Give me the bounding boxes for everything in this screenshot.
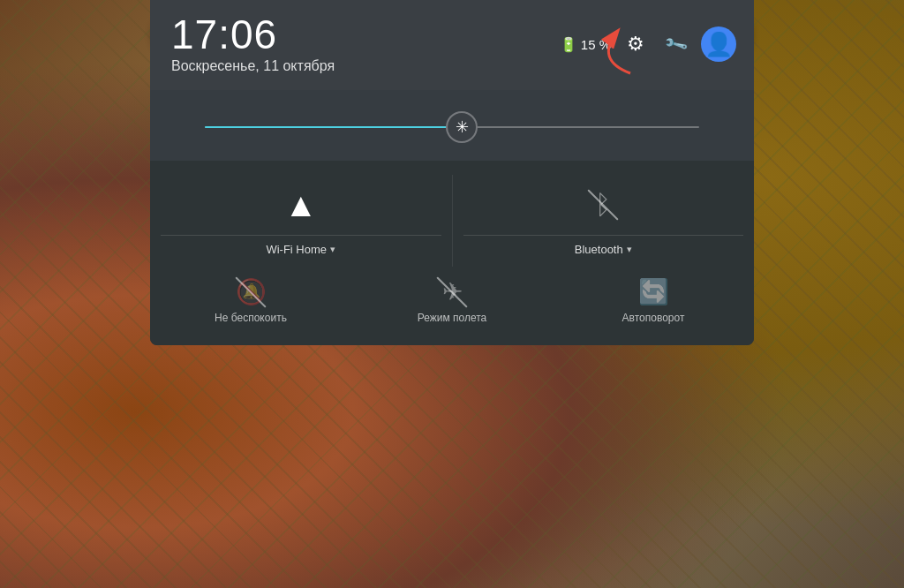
toggles-row-2: 🔕 Не беспокоить ✈ Режим полета 🔄 Автопов… [150,267,754,338]
dnd-label: Не беспокоить [215,312,287,324]
user-avatar-button[interactable]: 👤 [701,26,736,62]
slider-thumb[interactable]: ✳ [446,111,478,143]
airplane-toggle[interactable]: ✈ Режим полета [351,267,553,338]
bluetooth-icon-container: ᛒ [580,182,626,228]
wrench-icon: 🔧 [663,31,689,57]
wifi-label-row: Wi-Fi Home ▾ [266,243,335,256]
wrench-button[interactable]: 🔧 [660,28,692,60]
notification-panel: 17:06 Воскресенье, 11 октября 🔋 15 % ⚙ 🔧… [150,0,754,345]
wifi-toggle[interactable]: ▲ Wi-Fi Home ▾ [150,175,453,267]
autorotate-label: Автоповорот [622,312,685,324]
dnd-toggle[interactable]: 🔕 Не беспокоить [150,267,351,338]
brightness-slider[interactable]: ✳ [205,109,699,145]
slider-fill [205,126,462,128]
wifi-label: Wi-Fi Home [266,243,327,256]
wifi-icon: ▲ [284,186,318,224]
bluetooth-separator [463,235,744,236]
avatar-icon: 👤 [704,31,733,58]
brightness-sun-icon: ✳ [456,117,469,137]
panel-header: 17:06 Воскресенье, 11 октября 🔋 15 % ⚙ 🔧… [150,0,754,90]
brightness-section: ✳ [150,90,754,161]
battery-icon: 🔋 [560,36,577,53]
autorotate-toggle[interactable]: 🔄 Автоповорот [553,267,754,338]
bluetooth-label-row: Bluetooth ▾ [575,243,632,256]
time-section: 17:06 Воскресенье, 11 октября [171,14,335,74]
wifi-icon-container: ▲ [278,182,324,228]
wifi-separator [161,235,441,236]
airplane-icon: ✈ [442,277,463,306]
bluetooth-toggle[interactable]: ᛒ Bluetooth ▾ [453,175,755,267]
bluetooth-label: Bluetooth [575,243,623,256]
bluetooth-crossed-icon: ᛒ [595,190,611,220]
red-arrow-annotation [577,25,639,81]
date-display: Воскресенье, 11 октября [171,58,335,74]
dnd-icon: 🔕 [236,277,267,306]
toggles-row-1: ▲ Wi-Fi Home ▾ ᛒ Bluetooth ▾ [150,175,754,267]
quick-toggles: ▲ Wi-Fi Home ▾ ᛒ Bluetooth ▾ [150,161,754,345]
bluetooth-dropdown-arrow[interactable]: ▾ [627,244,632,255]
wifi-dropdown-arrow[interactable]: ▾ [330,244,335,255]
time-display: 17:06 [171,14,335,55]
autorotate-icon: 🔄 [638,277,669,306]
airplane-label: Режим полета [418,312,487,324]
